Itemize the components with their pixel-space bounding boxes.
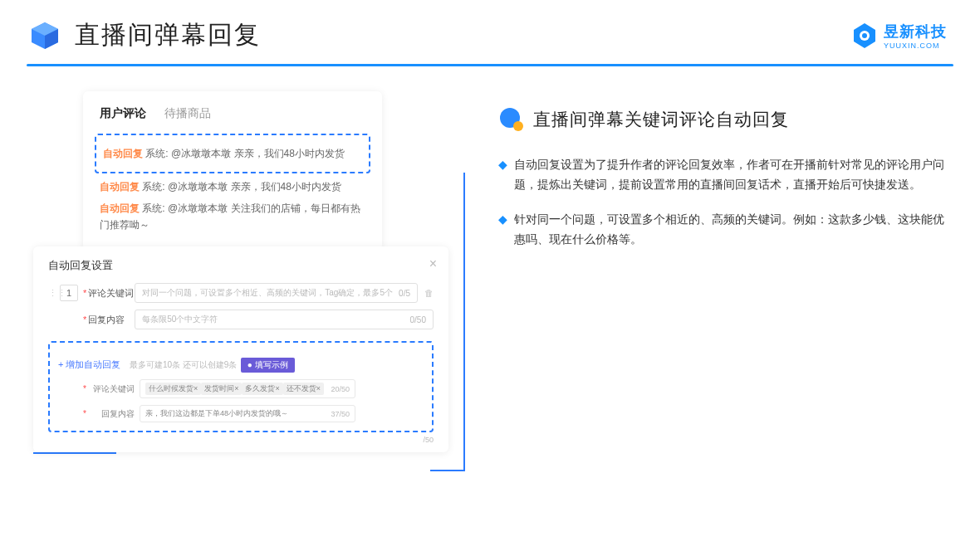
- reply-input[interactable]: 每条限50个中文字符 0/50: [135, 310, 434, 329]
- bullet-1: ◆ 自动回复设置为了提升作者的评论回复效率，作者可在开播前针对常见的评论用户问题…: [498, 154, 947, 194]
- example-reply: 亲，我们这边都是下单48小时内发货的哦～ 37/50: [140, 405, 355, 422]
- index-box: 1: [60, 285, 78, 301]
- reply-label: 回复内容: [88, 314, 135, 326]
- brand-sub: YUUXIN.COM: [884, 41, 947, 50]
- highlight-message: 自动回复 系统: @冰墩墩本墩 亲亲，我们48小时内发货: [95, 134, 370, 173]
- connector-line-v: [463, 173, 465, 471]
- close-icon[interactable]: ×: [429, 256, 437, 271]
- page-title: 直播间弹幕回复: [75, 18, 261, 52]
- connector-line: [33, 452, 116, 454]
- modal-title: 自动回复设置: [48, 258, 434, 273]
- example-badge: ● 填写示例: [241, 358, 295, 373]
- comments-card: 用户评论 待播商品 自动回复 系统: @冰墩墩本墩 亲亲，我们48小时内发货 自…: [83, 91, 382, 250]
- keyword-label: 评论关键词: [88, 287, 135, 300]
- section-title: 直播间弹幕关键词评论自动回复: [533, 108, 789, 131]
- delete-icon[interactable]: 🗑: [424, 288, 434, 298]
- example-highlight: + 增加自动回复 最多可建10条 还可以创建9条 ● 填写示例 * 评论关键词 …: [48, 341, 434, 432]
- cube-icon: [28, 19, 61, 52]
- keyword-input[interactable]: 对同一个问题，可设置多个相近、高频的关键词，Tag确定，最多5个 0/5: [135, 283, 418, 303]
- brand-name: 昱新科技: [884, 22, 947, 41]
- add-auto-reply-link[interactable]: + 增加自动回复: [58, 359, 120, 369]
- drag-icon[interactable]: ⋮⋮: [48, 288, 60, 299]
- bullet-2: ◆ 针对同一个问题，可设置多个相近的、高频的关键词。例如：这款多少钱、这块能优惠…: [498, 209, 947, 249]
- bottom-counter: /50: [48, 436, 434, 444]
- add-hint: 最多可建10条 还可以创建9条: [130, 360, 237, 369]
- svg-point-6: [513, 121, 523, 131]
- auto-reply-settings-modal: 自动回复设置 × ⋮⋮ 1 * 评论关键词 对同一个问题，可设置多个相近、高频的…: [33, 246, 448, 452]
- connector-line-2: [430, 470, 465, 471]
- svg-point-4: [862, 33, 867, 38]
- brand-logo: 昱新科技 YUUXIN.COM: [850, 22, 947, 50]
- bubble-icon: [498, 106, 525, 133]
- example-tags: 什么时候发货× 发货时间× 多久发货× 还不发货× 20/50: [140, 379, 355, 398]
- tab-comments[interactable]: 用户评论: [100, 106, 146, 126]
- tab-products[interactable]: 待播商品: [164, 106, 211, 126]
